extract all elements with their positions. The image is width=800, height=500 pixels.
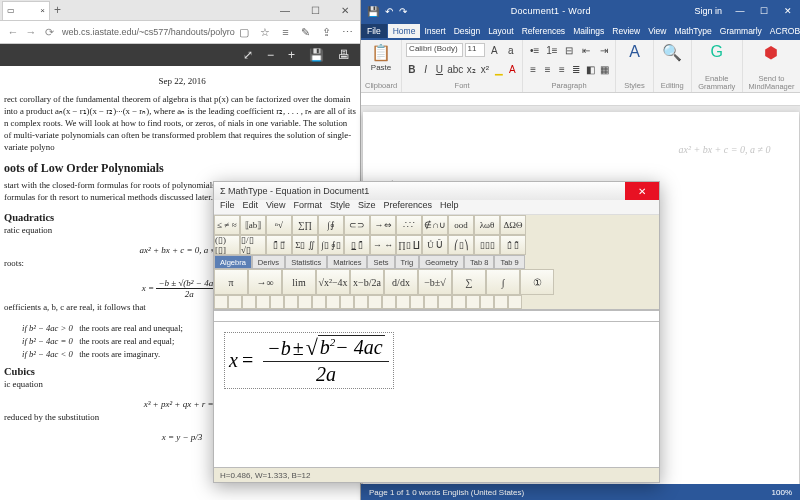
palette-cell[interactable]: ⎛▯⎞ bbox=[448, 235, 474, 255]
palette-cell[interactable]: ▯▯▯ bbox=[474, 235, 500, 255]
mini-cell[interactable] bbox=[354, 295, 368, 309]
back-button[interactable]: ← bbox=[4, 26, 22, 38]
menu-preferences[interactable]: Preferences bbox=[383, 200, 432, 214]
styles-button[interactable]: A bbox=[620, 42, 649, 62]
mathtype-editor[interactable]: x= −b± √b2− 4ac 2a bbox=[214, 322, 659, 467]
menu-help[interactable]: Help bbox=[440, 200, 459, 214]
palette-cell[interactable]: → ↔ bbox=[370, 235, 396, 255]
palette-cell[interactable]: λωθ bbox=[474, 215, 500, 235]
bullets-icon[interactable]: •≡ bbox=[527, 42, 542, 58]
pdf-save-icon[interactable]: 💾 bbox=[309, 48, 324, 62]
notes-icon[interactable]: ✎ bbox=[297, 26, 315, 39]
tab-review[interactable]: Review bbox=[608, 26, 644, 36]
outdent-icon[interactable]: ⇤ bbox=[579, 42, 594, 58]
tab-design[interactable]: Design bbox=[450, 26, 484, 36]
window-maximize-button[interactable]: ☐ bbox=[300, 5, 330, 16]
status-left[interactable]: Page 1 of 1 0 words English (United Stat… bbox=[369, 488, 524, 497]
palette-tab[interactable]: Statistics bbox=[285, 255, 327, 269]
subscript-button[interactable]: x₂ bbox=[465, 62, 477, 78]
align-right-icon[interactable]: ≡ bbox=[556, 62, 568, 78]
pdf-fit-icon[interactable]: ⤢ bbox=[243, 48, 253, 62]
mini-cell[interactable] bbox=[452, 295, 466, 309]
palette-cell[interactable]: Σ▯ ∬ bbox=[292, 235, 318, 255]
palette-cell[interactable]: ood bbox=[448, 215, 474, 235]
mini-cell[interactable] bbox=[284, 295, 298, 309]
word-ruler[interactable] bbox=[361, 93, 800, 106]
mini-cell[interactable] bbox=[340, 295, 354, 309]
save-icon[interactable]: 💾 bbox=[367, 6, 379, 17]
italic-button[interactable]: I bbox=[420, 62, 432, 78]
browser-tab[interactable]: ▭× bbox=[2, 1, 50, 20]
mini-cell[interactable] bbox=[270, 295, 284, 309]
palette-cell[interactable]: ∫ bbox=[486, 269, 520, 295]
menu-size[interactable]: Size bbox=[358, 200, 376, 214]
borders-icon[interactable]: ▦ bbox=[599, 62, 611, 78]
palette-cell[interactable]: d/dx bbox=[384, 269, 418, 295]
mini-cell[interactable] bbox=[494, 295, 508, 309]
mini-cell[interactable] bbox=[424, 295, 438, 309]
pdf-print-icon[interactable]: 🖶 bbox=[338, 48, 350, 62]
mini-cell[interactable] bbox=[326, 295, 340, 309]
more-icon[interactable]: ⋯ bbox=[338, 26, 356, 39]
palette-cell[interactable]: ▯/▯ √▯ bbox=[240, 235, 266, 255]
palette-cell[interactable]: ∑∏ bbox=[292, 215, 318, 235]
tab-close-icon[interactable]: × bbox=[40, 6, 45, 15]
palette-cell[interactable]: (▯) [▯] bbox=[214, 235, 240, 255]
mathtype-ruler[interactable] bbox=[214, 310, 659, 322]
tab-references[interactable]: References bbox=[518, 26, 569, 36]
mini-cell[interactable] bbox=[508, 295, 522, 309]
window-maximize-button[interactable]: ☐ bbox=[752, 6, 776, 16]
window-close-button[interactable]: ✕ bbox=[330, 5, 360, 16]
mini-cell[interactable] bbox=[298, 295, 312, 309]
tab-layout[interactable]: Layout bbox=[484, 26, 518, 36]
palette-cell[interactable]: −b±√ bbox=[418, 269, 452, 295]
menu-format[interactable]: Format bbox=[293, 200, 322, 214]
mini-cell[interactable] bbox=[256, 295, 270, 309]
fontcolor-icon[interactable]: A bbox=[506, 62, 518, 78]
paste-button[interactable]: 📋Paste bbox=[365, 42, 397, 72]
justify-icon[interactable]: ≣ bbox=[570, 62, 582, 78]
mini-cell[interactable] bbox=[382, 295, 396, 309]
address-bar[interactable]: web.cs.iastate.edu/~cs577/handouts/polyr… bbox=[58, 27, 235, 37]
palette-cell[interactable]: ∏▯ ∐ bbox=[396, 235, 422, 255]
palette-cell[interactable]: ⟦ab⟧ bbox=[240, 215, 266, 235]
strike-button[interactable]: abc bbox=[447, 62, 463, 78]
redo-icon[interactable]: ↷ bbox=[399, 6, 407, 17]
indent-icon[interactable]: ⇥ bbox=[596, 42, 611, 58]
palette-cell[interactable]: ΔΩΘ bbox=[500, 215, 526, 235]
menu-edit[interactable]: Edit bbox=[243, 200, 259, 214]
refresh-button[interactable]: ⟳ bbox=[40, 26, 58, 39]
palette-cell[interactable]: ≤ ≠ ≈ bbox=[214, 215, 240, 235]
mini-cell[interactable] bbox=[396, 295, 410, 309]
palette-cell[interactable]: ⊂⊃ bbox=[344, 215, 370, 235]
window-close-button[interactable]: ✕ bbox=[776, 6, 800, 16]
palette-cell[interactable]: ∫∮ bbox=[318, 215, 344, 235]
menu-style[interactable]: Style bbox=[330, 200, 350, 214]
palette-cell[interactable]: ∑ bbox=[452, 269, 486, 295]
mini-cell[interactable] bbox=[368, 295, 382, 309]
numbering-icon[interactable]: 1≡ bbox=[544, 42, 559, 58]
palette-tab[interactable]: Matrices bbox=[327, 255, 367, 269]
palette-tab[interactable]: Geometry bbox=[419, 255, 464, 269]
fontsize-select[interactable]: 11 bbox=[465, 43, 485, 57]
palette-cell[interactable]: Ů Ǔ bbox=[422, 235, 448, 255]
menu-view[interactable]: View bbox=[266, 200, 285, 214]
tab-view[interactable]: View bbox=[644, 26, 670, 36]
palette-cell[interactable]: ∴∵ bbox=[396, 215, 422, 235]
palette-cell[interactable]: ⁿ√ bbox=[266, 215, 292, 235]
shrink-font-icon[interactable]: a bbox=[504, 42, 519, 58]
tab-insert[interactable]: Insert bbox=[420, 26, 449, 36]
tab-home[interactable]: Home bbox=[388, 24, 421, 38]
mindmanager-button[interactable]: ⬢ bbox=[747, 42, 796, 62]
multilevel-icon[interactable]: ⊟ bbox=[562, 42, 577, 58]
mathtype-window[interactable]: Σ MathType - Equation in Document1 ✕ Fil… bbox=[213, 181, 660, 483]
equation[interactable]: x= −b± √b2− 4ac 2a bbox=[224, 332, 394, 389]
mathtype-close-button[interactable]: ✕ bbox=[625, 182, 659, 200]
mini-cell[interactable] bbox=[242, 295, 256, 309]
palette-tab[interactable]: Trig bbox=[395, 255, 420, 269]
grammarly-button[interactable]: G bbox=[696, 42, 738, 62]
mathtype-titlebar[interactable]: Σ MathType - Equation in Document1 ✕ bbox=[214, 182, 659, 200]
signin-button[interactable]: Sign in bbox=[688, 6, 728, 16]
grow-font-icon[interactable]: A bbox=[487, 42, 502, 58]
palette-tab[interactable]: Derivs bbox=[252, 255, 285, 269]
